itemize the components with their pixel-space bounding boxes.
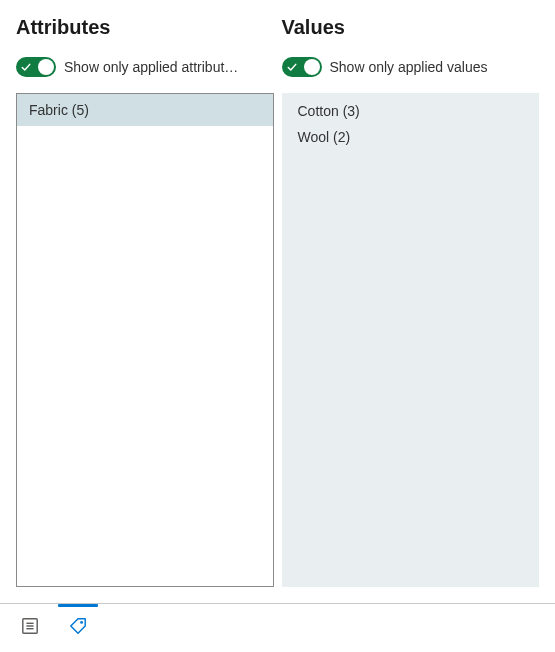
list-icon (21, 617, 39, 639)
attribute-row[interactable]: Fabric (5) (17, 94, 273, 126)
values-filter-row: Show only applied values (282, 57, 540, 77)
footer-tabs (0, 604, 555, 652)
attributes-column: Attributes Show only applied attribut… F… (16, 16, 274, 587)
check-icon (287, 62, 297, 72)
value-row[interactable]: Cotton (3) (282, 93, 540, 123)
values-panel: Cotton (3)Wool (2) (282, 93, 540, 587)
attributes-header: Attributes (16, 16, 274, 39)
attributes-filter-row: Show only applied attribut… (16, 57, 274, 77)
content: Attributes Show only applied attribut… F… (0, 0, 555, 603)
check-icon (21, 62, 31, 72)
tag-icon (69, 617, 87, 639)
details-tab[interactable] (6, 604, 54, 652)
attributes-filter-label: Show only applied attribut… (64, 59, 238, 75)
attributes-panel: Fabric (5) (16, 93, 274, 587)
value-row[interactable]: Wool (2) (282, 123, 540, 149)
svg-point-4 (80, 621, 83, 624)
tags-tab[interactable] (54, 604, 102, 652)
values-filter-toggle[interactable] (282, 57, 322, 77)
values-filter-label: Show only applied values (330, 59, 488, 75)
attributes-filter-toggle[interactable] (16, 57, 56, 77)
values-header: Values (282, 16, 540, 39)
values-column: Values Show only applied values Cotton (… (282, 16, 540, 587)
